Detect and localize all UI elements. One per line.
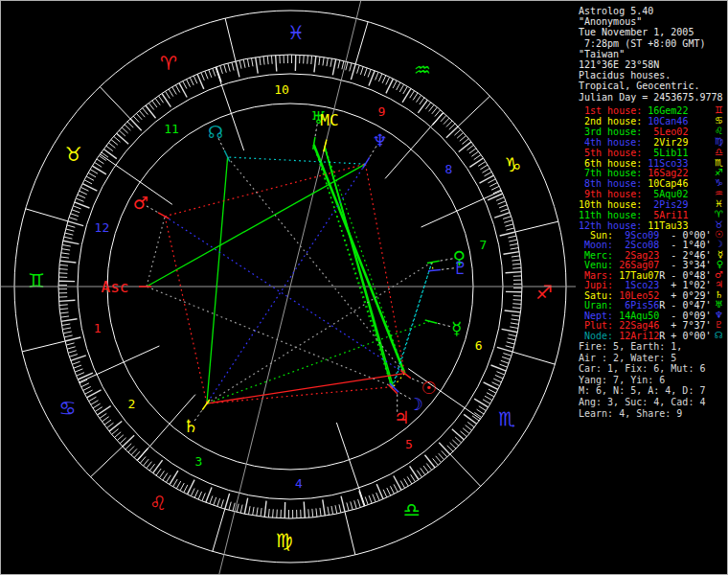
header-text: 7:28pm (ST +8:00 GMT) [579,38,705,49]
stats-line: Ang: 3, Suc: 4, Cad: 4 [579,397,728,408]
aspect-saturn-sun [207,374,405,403]
stats-line: M: 6, N: 5, A: 4, D: 7 [579,385,728,397]
aspect-venus-pluto [432,263,433,271]
asc-label: Asc [102,278,129,296]
venus-position-tick [427,261,440,263]
chart-header: Astrolog 5.40"Anonymous"Tue November 1, … [579,6,728,103]
house-number-3: 3 [195,454,203,469]
planet-latitude: - 3°34' [665,260,711,270]
stats-line: Car: 1, Fix: 6, Mut: 6 [579,363,728,375]
planet-latitude: - 0°09' [665,310,711,321]
planet-position-value: 17Tau07 [613,270,659,281]
aspect-mars-neptune [165,164,365,217]
house-number-7: 7 [479,238,487,252]
planet-latitude: - 0°00' [665,230,711,241]
house-label: 9th house: [579,189,642,199]
planet-latitude: + 0°00' [665,331,711,341]
sign-glyph-gemini: ♊ [28,269,45,292]
planet-position-value: 10Leo52 [613,290,659,301]
house-cusp-value: 11Sco33 [642,158,688,169]
header-text: "Taiwan" [579,49,625,59]
planet-position-value: 1Sco23 [613,280,659,290]
header-line: Astrolog 5.40 [579,6,728,16]
aspect-moon-asc [147,287,393,387]
planet-row: Node: 12Ari12R + 0°00'☊ [579,332,728,341]
aspect-neptune-saturn [207,164,366,403]
mercury-position-tick [425,320,438,323]
planet-latitude: - 2°46' [665,250,711,261]
aspect-mars-saturn [165,217,207,403]
house-label: 8th house: [579,178,642,189]
house-number-12: 12 [95,220,110,235]
planet-glyphs: ☉☽☿♀♂♃♄♅♆♇☊ [133,107,468,436]
stats-text: Car: 1, Fix: 6, Mut: 6 [579,363,705,374]
planet-position-value: 14Aqu50 [613,310,659,321]
house-cusp-list: 1st house: 16Gem22♊ 2nd house: 10Can46♋ … [579,106,728,232]
mc-axis [218,1,362,575]
sign-glyph-aries: ♈ [160,52,177,75]
house-cusp-value: 5Ari11 [642,210,688,220]
house-number-11: 11 [164,122,179,136]
sign-glyph-scorpio: ♏ [498,407,515,430]
house-label: 5th house: [579,148,642,158]
house-label: 6th house: [579,158,642,169]
planet-label: Uran: [579,300,613,310]
sign-glyph-taurus: ♉ [65,143,82,166]
aspect-lines [147,145,433,403]
neptune-position-tick [363,157,370,168]
aspect-mars-sun [165,217,404,374]
house-cusp-value: 5Leo02 [642,126,688,137]
info-panel: Astrolog 5.40"Anonymous"Tue November 1, … [579,1,728,575]
venus-pointer [440,259,453,261]
stats-text: Air : 2, Water: 5 [579,353,676,363]
mercury-pointer [437,323,450,326]
mars-position-tick [158,213,169,218]
header-text: 121°36E 23°58N [579,59,659,70]
planet-position-value: 22Sag46 [613,320,659,331]
zodiac-sign-icon: ♍ [715,137,723,148]
planet-label: Moon: [579,240,613,250]
header-text: Tue November 1, 2005 [579,27,694,37]
header-text: Tropical, Geocentric. [579,80,699,91]
header-line: Julian Day = 2453675.9778 [579,92,728,103]
mars-glyph-icon: ♂ [133,193,148,213]
sign-glyph-pisces: ♓ [287,21,305,44]
planet-label: Node: [579,331,613,341]
sign-glyph-capricorn: ♑ [505,153,522,176]
planet-latitude: + 1°02' [665,280,711,290]
house-cusp-value: 2Pis29 [642,199,688,210]
sign-glyph-cancer: ♋ [58,397,76,420]
planet-latitude: - 0°48' [665,270,711,281]
planet-label: Venu: [579,260,613,270]
sun-glyph-icon: ☉ [421,378,437,398]
stats-text: Yang: 7, Yin: 6 [579,375,665,385]
stats-text: Fire: 5, Earth: 1, [579,341,682,352]
house-number-8: 8 [445,162,453,176]
moon-glyph-icon: ☽ [408,394,423,414]
house-number-9: 9 [378,104,386,119]
neptune-glyph-icon: ♆ [373,130,388,150]
house-number-4: 4 [295,476,303,491]
stats-line: Learn: 4, Share: 9 [579,408,728,420]
planet-latitude: - 1°40' [665,240,711,250]
planet-latitude: - 0°47' [665,300,711,310]
header-line: 121°36E 23°58N [579,59,728,70]
aspect-node-sun [228,157,405,374]
planet-position-value: 2Sag23 [613,250,659,261]
house-cusp-value: 5Lib11 [642,148,688,158]
planet-icon: ☊ [715,331,723,340]
pluto-glyph-icon: ♇ [453,258,468,278]
house-label: 3rd house: [579,126,642,137]
house-label: 1st house: [579,105,642,116]
mc-label: MC [320,111,338,129]
saturn-glyph-icon: ♄ [183,416,198,436]
pluto-position-tick [428,269,441,270]
aspect-saturn-venus [207,263,432,404]
house-label: 2nd house: [579,116,642,126]
planet-position-value: 9Sco09 [613,230,659,241]
planet-label: Sun: [579,230,613,241]
house-cusp-value: 2Vir29 [642,137,688,148]
house-number-2: 2 [128,397,136,411]
astrolog-window: ♈♉♊♋♌♍♎♏♐♑♒♓123456789101112☉☽☿♀♂♃♄♅♆♇☊As… [0,0,728,575]
planet-label: Mars: [579,270,613,281]
